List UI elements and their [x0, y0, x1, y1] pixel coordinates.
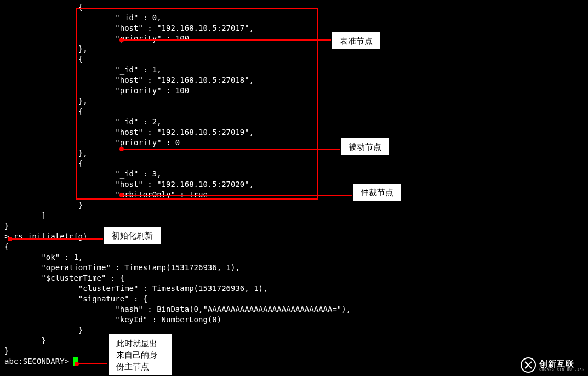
code-line: " id" : 2,	[0, 117, 588, 127]
logo-sub-text: CHUANG XIN HU LIAN	[539, 368, 585, 371]
code-line: "priority" : 100	[0, 33, 588, 44]
connector-line	[78, 363, 109, 364]
code-line: "priority" : 100	[0, 86, 588, 96]
code-line: {	[0, 54, 588, 65]
code-line: "ok" : 1,	[0, 252, 588, 263]
code-line: "operationTime" : Timestamp(1531726936, …	[0, 263, 588, 273]
code-line: "host" : "192.168.10.5:27019",	[0, 127, 588, 138]
code-line: },	[0, 44, 588, 54]
annotation-identity-note: 此时就显出来自己的身份主节点	[107, 333, 173, 376]
code-line: "hash" : BinData(0,"AAAAAAAAAAAAAAAAAAAA…	[0, 304, 588, 315]
code-line: ]	[0, 210, 588, 221]
code-line: }	[0, 346, 588, 356]
annotation-standard-node: 表准节点	[331, 31, 381, 50]
code-line: "$clusterTime" : {	[0, 273, 588, 283]
code-line: "_id" : 0,	[0, 13, 588, 23]
code-line: {	[0, 242, 588, 252]
logo-main-text: 创新互联	[539, 360, 585, 368]
code-line: }	[0, 221, 588, 231]
code-line: "priority" : 0	[0, 138, 588, 148]
code-line: {	[0, 158, 588, 169]
code-line: }	[0, 325, 588, 335]
logo-text: 创新互联 CHUANG XIN HU LIAN	[539, 360, 585, 371]
code-line: },	[0, 96, 588, 106]
code-line: "_id" : 1,	[0, 65, 588, 75]
x-mark-icon	[523, 360, 533, 370]
annotation-arbiter-node: 仲裁节点	[352, 183, 402, 202]
terminal-output: { "_id" : 0, "host" : "192.168.10.5:2701…	[0, 2, 588, 367]
watermark-logo: 创新互联 CHUANG XIN HU LIAN	[521, 357, 585, 373]
code-line: "host" : "192.168.10.5:27017",	[0, 23, 588, 33]
code-line: "_id" : 3,	[0, 169, 588, 179]
annotation-init-refresh: 初始化刷新	[103, 226, 162, 245]
prompt-text: abc:SECONDARY>	[4, 357, 73, 366]
connector-line	[123, 195, 353, 196]
code-line: "host" : "192.168.10.5:27018",	[0, 75, 588, 86]
code-line: "keyId" : NumberLong(0)	[0, 315, 588, 325]
code-line: {	[0, 2, 588, 13]
code-line: }	[0, 200, 588, 210]
logo-icon	[521, 357, 536, 373]
code-line: {	[0, 106, 588, 117]
code-line: > rs.initiate(cfg)	[0, 231, 588, 242]
connector-line	[123, 149, 341, 150]
annotation-passive-node: 被动节点	[340, 137, 390, 156]
code-line: "host" : "192.168.10.5:27020",	[0, 179, 588, 190]
connector-line	[123, 39, 332, 41]
code-line: "clusterTime" : Timestamp(1531726936, 1)…	[0, 283, 588, 294]
prompt-line[interactable]: abc:SECONDARY>	[0, 356, 588, 367]
code-line: }	[0, 335, 588, 346]
code-line: "signature" : {	[0, 294, 588, 304]
connector-line	[11, 238, 104, 240]
